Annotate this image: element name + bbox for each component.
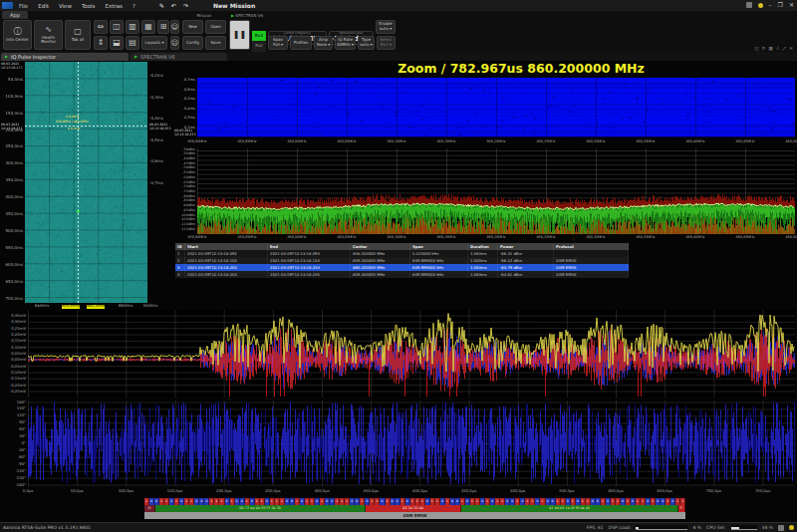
dock-close-icon[interactable]: ✕ (789, 46, 793, 51)
menu-file[interactable]: File (19, 3, 28, 9)
power-axis-tick: -100dBm (174, 214, 195, 217)
table-row[interactable]: 32021-03-09T12:13:18.2022021-03-09T12:13… (175, 264, 629, 271)
table-row[interactable]: 22021-03-09T12:13:18.1022021-03-09T12:13… (175, 257, 629, 264)
layout-3row-button[interactable]: ▤ (126, 36, 139, 50)
frequency-axis-tick: 859,95MHz (233, 140, 261, 143)
frown-icon: ☹ (171, 39, 178, 47)
table-cell: 2021-03-09T12:13:18.133 (268, 257, 351, 264)
rx2-indicator[interactable]: Rx2 (252, 41, 266, 51)
select-dropdown[interactable]: Select Rx1 ▾ (377, 36, 396, 50)
waterfall-time-tick: 700,0ms (0, 297, 23, 301)
menu-help[interactable]: ? (133, 3, 135, 9)
layout-grid-button[interactable]: ⊞ (157, 20, 169, 34)
iq-rate-dropdown[interactable]: IQ Rate 40MHz ▾ (335, 36, 356, 50)
frequency-axis-tick: 859,90MHz (183, 140, 211, 143)
frequency-axis-tick: 860,15MHz (432, 140, 460, 143)
waterfall-start-timestamp: 09.03.202112:13:18.177 (1, 62, 22, 70)
mission-open-button[interactable]: Open (205, 20, 226, 34)
tab-label: IQ Pulse Inspector (11, 54, 56, 60)
table-header-cell[interactable]: Center (351, 243, 410, 250)
button-value: Full ▾ (273, 43, 283, 48)
two-columns-icon: ◫ (113, 22, 121, 32)
phase-axis-tick: 0° (2, 441, 26, 445)
volt-axis-tick: 0,15mV (2, 339, 26, 343)
frequency-axis-tick: 860,25MHz (532, 140, 560, 143)
menu-edit[interactable]: Edit (38, 3, 49, 9)
waterfall-canvas[interactable] (25, 62, 147, 303)
info-center-button[interactable]: ⓘ Info Center (3, 20, 32, 50)
power-axis-tick: -85dBm (174, 199, 195, 202)
rx1-indicator[interactable]: Rx1 (252, 31, 266, 41)
minimize-button[interactable]: – (769, 2, 772, 8)
pause-button[interactable]: ❚❚ (229, 20, 250, 50)
ribbon-tab-app[interactable]: App (2, 11, 28, 19)
waterfall-offset-tick: -0,6ms (149, 159, 171, 163)
edit-pencil-icon[interactable]: ✎ (159, 2, 164, 9)
dock-grid-icon[interactable]: ▦ (769, 46, 773, 51)
spectrum-canvas[interactable] (197, 148, 795, 234)
dock-restore-icon[interactable]: ◱ (755, 46, 759, 51)
mission-config-button[interactable]: Config (182, 36, 203, 50)
amp-dropdown[interactable]: Amp None ▾ (314, 36, 333, 50)
frown-button[interactable]: ☹ (170, 36, 179, 50)
waterfall-offset-tick: -0,3ms (149, 96, 171, 100)
byte-segment: IB (144, 505, 155, 512)
table-header-cell[interactable]: Span (410, 243, 468, 250)
app-logo-icon[interactable] (2, 2, 13, 9)
dock-download-icon[interactable]: ⇩ (776, 46, 780, 51)
menu-tools[interactable]: Tools (82, 3, 96, 9)
layout-split-h-button[interactable]: ⇔ (94, 20, 108, 34)
status-chip-icon[interactable] (778, 525, 784, 531)
spectrogram-canvas[interactable] (197, 78, 795, 137)
undo-icon[interactable]: ↶ (171, 2, 176, 9)
status-notification-icon[interactable] (789, 525, 794, 530)
volt-waveform-canvas[interactable] (28, 310, 795, 398)
maximize-button[interactable]: ❐ (778, 2, 783, 8)
layout-3col-button[interactable]: ▥ (126, 20, 139, 34)
power-axis-tick: -65dBm (174, 181, 195, 184)
table-header-cell[interactable]: End (268, 243, 351, 250)
table-header-cell[interactable]: Start (185, 243, 268, 250)
tab-all-button[interactable]: ▢ Tab all (65, 20, 91, 50)
mission-new-button[interactable]: New (182, 20, 203, 34)
profiles-button[interactable]: Profiles (290, 36, 312, 50)
close-button[interactable]: ✕ (789, 2, 794, 8)
phase-axis-tick: -180° (2, 483, 26, 487)
waterfall-offset-tick: -0,5ms (149, 138, 171, 142)
table-cell: 2021-03-09T12:13:18.202 (185, 264, 268, 271)
layout-split-v-button[interactable]: ⇕ (94, 36, 108, 50)
time-axis-tick: 250,0µs (260, 489, 286, 493)
smiley-button[interactable]: ☺ (170, 20, 179, 34)
notification-icon[interactable] (758, 3, 763, 8)
health-monitor-button[interactable]: ∿ Health Monitor (34, 20, 63, 50)
layouts-dropdown-button[interactable]: Layouts ▾ (141, 36, 167, 50)
table-header-cell[interactable]: Power (498, 243, 554, 250)
mission-save-button[interactable]: Save (205, 36, 226, 50)
span-dropdown[interactable]: Span Full ▾ (268, 36, 288, 50)
table-header-cell[interactable]: Duration (468, 243, 498, 250)
redo-icon[interactable]: ↷ (183, 2, 188, 9)
layout-4col-button[interactable]: ▦ (141, 20, 155, 34)
phase-axis-tick: -120° (2, 469, 26, 473)
layout-2col-button[interactable]: ◫ (110, 20, 124, 34)
power-axis-tick: -105dBm (174, 218, 195, 221)
table-row[interactable]: 12021-03-09T12:13:18.0922021-03-09T12:13… (175, 250, 629, 257)
protocol-bar: GSM EMSK (144, 512, 685, 519)
menu-extras[interactable]: Extras (106, 3, 123, 9)
table-header-cell[interactable]: Protocol (554, 243, 629, 250)
dock-expand-icon[interactable]: ⤢ (783, 46, 787, 51)
split-vertical-icon: ⇕ (98, 38, 105, 48)
phase-canvas[interactable] (28, 400, 795, 486)
layout-2row-button[interactable]: ⬓ (110, 36, 124, 50)
waterfall-offset-tick: -0,7ms (149, 181, 171, 185)
menu-view[interactable]: View (59, 3, 72, 9)
phase-axis-tick: -150° (2, 476, 26, 480)
table-header-cell[interactable]: ID (175, 243, 185, 250)
layout-chip-icon[interactable] (746, 2, 752, 8)
enable-dropdown[interactable]: Enable auto ▾ (376, 20, 396, 34)
tab-iq-pulse-inspector[interactable]: ▶ IQ Pulse Inspector (1, 53, 129, 62)
type-dropdown[interactable]: Type auto ▾ (358, 36, 375, 50)
table-row[interactable]: 42021-03-09T12:13:18.2042021-03-09T12:13… (175, 271, 629, 278)
tab-spectran-v6[interactable]: ▶ SPECTRAN V6 (131, 53, 227, 62)
dock-refresh-icon[interactable]: ⟳ (762, 46, 766, 51)
